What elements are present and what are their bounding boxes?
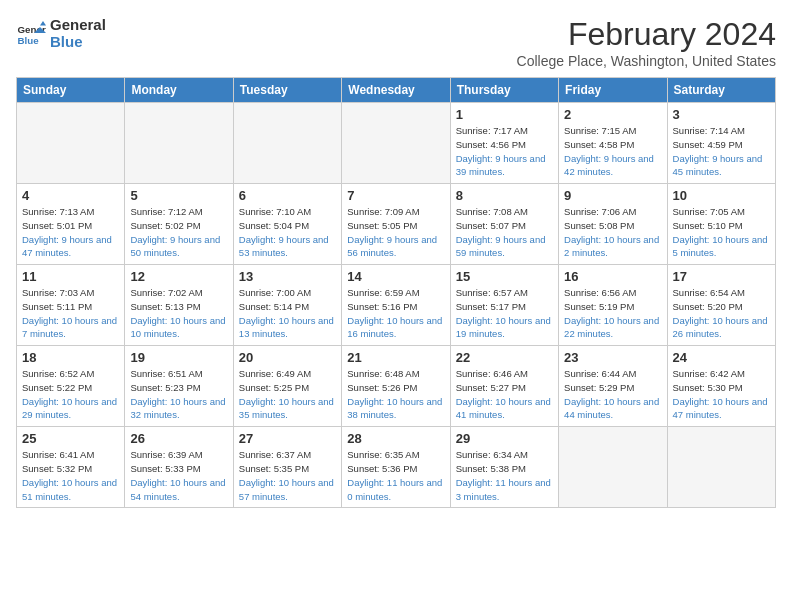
day-info: Sunrise: 7:03 AMSunset: 5:11 PMDaylight:… — [22, 286, 119, 341]
day-info: Sunrise: 6:42 AMSunset: 5:30 PMDaylight:… — [673, 367, 770, 422]
day-info: Sunrise: 7:12 AMSunset: 5:02 PMDaylight:… — [130, 205, 227, 260]
day-info: Sunrise: 6:41 AMSunset: 5:32 PMDaylight:… — [22, 448, 119, 503]
day-info: Sunrise: 6:57 AMSunset: 5:17 PMDaylight:… — [456, 286, 553, 341]
calendar-cell: 11Sunrise: 7:03 AMSunset: 5:11 PMDayligh… — [17, 265, 125, 346]
calendar-cell: 6Sunrise: 7:10 AMSunset: 5:04 PMDaylight… — [233, 184, 341, 265]
day-info: Sunrise: 7:17 AMSunset: 4:56 PMDaylight:… — [456, 124, 553, 179]
day-info: Sunrise: 6:56 AMSunset: 5:19 PMDaylight:… — [564, 286, 661, 341]
day-number: 20 — [239, 350, 336, 365]
day-info: Sunrise: 7:06 AMSunset: 5:08 PMDaylight:… — [564, 205, 661, 260]
day-info: Sunrise: 7:02 AMSunset: 5:13 PMDaylight:… — [130, 286, 227, 341]
day-number: 29 — [456, 431, 553, 446]
day-info: Sunrise: 7:15 AMSunset: 4:58 PMDaylight:… — [564, 124, 661, 179]
calendar-cell — [17, 103, 125, 184]
header-wednesday: Wednesday — [342, 78, 450, 103]
day-info: Sunrise: 7:10 AMSunset: 5:04 PMDaylight:… — [239, 205, 336, 260]
day-info: Sunrise: 6:48 AMSunset: 5:26 PMDaylight:… — [347, 367, 444, 422]
day-info: Sunrise: 7:00 AMSunset: 5:14 PMDaylight:… — [239, 286, 336, 341]
header-sunday: Sunday — [17, 78, 125, 103]
day-info: Sunrise: 6:39 AMSunset: 5:33 PMDaylight:… — [130, 448, 227, 503]
calendar-week-0: 1Sunrise: 7:17 AMSunset: 4:56 PMDaylight… — [17, 103, 776, 184]
calendar-cell: 28Sunrise: 6:35 AMSunset: 5:36 PMDayligh… — [342, 427, 450, 508]
day-info: Sunrise: 6:35 AMSunset: 5:36 PMDaylight:… — [347, 448, 444, 503]
logo-line1: General — [50, 16, 106, 33]
header-monday: Monday — [125, 78, 233, 103]
day-number: 18 — [22, 350, 119, 365]
day-info: Sunrise: 6:37 AMSunset: 5:35 PMDaylight:… — [239, 448, 336, 503]
calendar-cell: 2Sunrise: 7:15 AMSunset: 4:58 PMDaylight… — [559, 103, 667, 184]
day-info: Sunrise: 6:49 AMSunset: 5:25 PMDaylight:… — [239, 367, 336, 422]
calendar-cell: 4Sunrise: 7:13 AMSunset: 5:01 PMDaylight… — [17, 184, 125, 265]
day-number: 8 — [456, 188, 553, 203]
day-info: Sunrise: 6:59 AMSunset: 5:16 PMDaylight:… — [347, 286, 444, 341]
day-number: 25 — [22, 431, 119, 446]
header-friday: Friday — [559, 78, 667, 103]
calendar-cell — [667, 427, 775, 508]
calendar-cell: 1Sunrise: 7:17 AMSunset: 4:56 PMDaylight… — [450, 103, 558, 184]
calendar-cell: 18Sunrise: 6:52 AMSunset: 5:22 PMDayligh… — [17, 346, 125, 427]
day-number: 17 — [673, 269, 770, 284]
calendar-cell: 3Sunrise: 7:14 AMSunset: 4:59 PMDaylight… — [667, 103, 775, 184]
calendar-cell: 10Sunrise: 7:05 AMSunset: 5:10 PMDayligh… — [667, 184, 775, 265]
day-info: Sunrise: 6:44 AMSunset: 5:29 PMDaylight:… — [564, 367, 661, 422]
day-number: 16 — [564, 269, 661, 284]
calendar-cell: 23Sunrise: 6:44 AMSunset: 5:29 PMDayligh… — [559, 346, 667, 427]
calendar-cell — [233, 103, 341, 184]
calendar-week-4: 25Sunrise: 6:41 AMSunset: 5:32 PMDayligh… — [17, 427, 776, 508]
day-number: 19 — [130, 350, 227, 365]
calendar-cell: 16Sunrise: 6:56 AMSunset: 5:19 PMDayligh… — [559, 265, 667, 346]
calendar-header-row: SundayMondayTuesdayWednesdayThursdayFrid… — [17, 78, 776, 103]
day-number: 3 — [673, 107, 770, 122]
day-number: 24 — [673, 350, 770, 365]
calendar-cell: 5Sunrise: 7:12 AMSunset: 5:02 PMDaylight… — [125, 184, 233, 265]
day-info: Sunrise: 7:13 AMSunset: 5:01 PMDaylight:… — [22, 205, 119, 260]
calendar-body: 1Sunrise: 7:17 AMSunset: 4:56 PMDaylight… — [17, 103, 776, 508]
day-number: 7 — [347, 188, 444, 203]
calendar-cell: 25Sunrise: 6:41 AMSunset: 5:32 PMDayligh… — [17, 427, 125, 508]
logo-line2: Blue — [50, 33, 106, 50]
page-header: General Blue General Blue February 2024 … — [16, 16, 776, 69]
calendar-cell: 22Sunrise: 6:46 AMSunset: 5:27 PMDayligh… — [450, 346, 558, 427]
calendar-week-1: 4Sunrise: 7:13 AMSunset: 5:01 PMDaylight… — [17, 184, 776, 265]
calendar-cell: 19Sunrise: 6:51 AMSunset: 5:23 PMDayligh… — [125, 346, 233, 427]
day-number: 12 — [130, 269, 227, 284]
header-thursday: Thursday — [450, 78, 558, 103]
day-number: 27 — [239, 431, 336, 446]
calendar-week-2: 11Sunrise: 7:03 AMSunset: 5:11 PMDayligh… — [17, 265, 776, 346]
calendar-cell: 29Sunrise: 6:34 AMSunset: 5:38 PMDayligh… — [450, 427, 558, 508]
day-number: 22 — [456, 350, 553, 365]
logo: General Blue General Blue — [16, 16, 106, 51]
calendar-table: SundayMondayTuesdayWednesdayThursdayFrid… — [16, 77, 776, 508]
day-info: Sunrise: 7:05 AMSunset: 5:10 PMDaylight:… — [673, 205, 770, 260]
svg-text:Blue: Blue — [18, 35, 40, 46]
calendar-cell: 8Sunrise: 7:08 AMSunset: 5:07 PMDaylight… — [450, 184, 558, 265]
calendar-cell: 20Sunrise: 6:49 AMSunset: 5:25 PMDayligh… — [233, 346, 341, 427]
day-number: 5 — [130, 188, 227, 203]
calendar-cell — [342, 103, 450, 184]
calendar-cell — [125, 103, 233, 184]
day-number: 10 — [673, 188, 770, 203]
header-tuesday: Tuesday — [233, 78, 341, 103]
month-title: February 2024 — [517, 16, 776, 53]
day-info: Sunrise: 6:46 AMSunset: 5:27 PMDaylight:… — [456, 367, 553, 422]
day-number: 26 — [130, 431, 227, 446]
day-number: 21 — [347, 350, 444, 365]
calendar-week-3: 18Sunrise: 6:52 AMSunset: 5:22 PMDayligh… — [17, 346, 776, 427]
calendar-cell: 27Sunrise: 6:37 AMSunset: 5:35 PMDayligh… — [233, 427, 341, 508]
logo-icon: General Blue — [16, 18, 46, 48]
header-saturday: Saturday — [667, 78, 775, 103]
day-info: Sunrise: 6:34 AMSunset: 5:38 PMDaylight:… — [456, 448, 553, 503]
calendar-cell: 24Sunrise: 6:42 AMSunset: 5:30 PMDayligh… — [667, 346, 775, 427]
location: College Place, Washington, United States — [517, 53, 776, 69]
day-number: 9 — [564, 188, 661, 203]
day-info: Sunrise: 6:54 AMSunset: 5:20 PMDaylight:… — [673, 286, 770, 341]
title-block: February 2024 College Place, Washington,… — [517, 16, 776, 69]
calendar-cell: 17Sunrise: 6:54 AMSunset: 5:20 PMDayligh… — [667, 265, 775, 346]
calendar-cell — [559, 427, 667, 508]
day-number: 23 — [564, 350, 661, 365]
calendar-cell: 15Sunrise: 6:57 AMSunset: 5:17 PMDayligh… — [450, 265, 558, 346]
day-number: 11 — [22, 269, 119, 284]
day-info: Sunrise: 6:52 AMSunset: 5:22 PMDaylight:… — [22, 367, 119, 422]
day-number: 6 — [239, 188, 336, 203]
day-number: 13 — [239, 269, 336, 284]
